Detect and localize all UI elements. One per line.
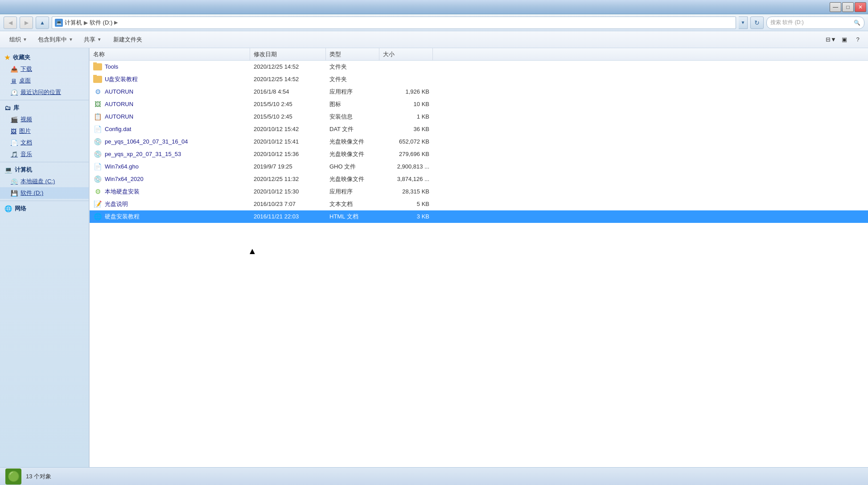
table-row[interactable]: 💿 pe_yqs_1064_20_07_31_16_04 2020/10/12 … <box>90 136 868 148</box>
library-header[interactable]: 🗂 库 <box>0 102 89 114</box>
table-row[interactable]: U盘安装教程 2020/12/25 14:52 文件夹 <box>90 73 868 86</box>
sidebar-section-favorites: ★ 收藏夹 📥 下载 🖥 桌面 🕐 最近访问的位置 <box>0 52 89 98</box>
col-header-name[interactable]: 名称 <box>90 48 250 60</box>
main-container: ★ 收藏夹 📥 下载 🖥 桌面 🕐 最近访问的位置 🗂 库 <box>0 48 868 467</box>
file-size-9: 3,874,126 ... <box>379 176 433 182</box>
file-name-3: AUTORUN <box>105 101 133 107</box>
sidebar-item-recent[interactable]: 🕐 最近访问的位置 <box>0 86 89 98</box>
sidebar-item-disk-d[interactable]: 💾 软件 (D:) <box>0 187 89 199</box>
file-name-cell-3: 🖼 AUTORUN <box>90 100 250 109</box>
favorites-header[interactable]: ★ 收藏夹 <box>0 52 89 63</box>
column-headers: 名称 修改日期 类型 大小 <box>90 48 868 61</box>
address-field[interactable]: 💻 计算机 ▶ 软件 (D:) ▶ <box>52 16 736 29</box>
share-button[interactable]: 共享 ▼ <box>79 33 107 46</box>
col-header-type[interactable]: 类型 <box>326 48 379 60</box>
favorites-icon: ★ <box>4 54 10 61</box>
up-button[interactable]: ▲ <box>36 16 49 29</box>
computer-header[interactable]: 💻 计算机 <box>0 164 89 176</box>
file-size-3: 10 KB <box>379 101 433 107</box>
view-controls: ⊟▼ ▣ ? <box>825 34 864 45</box>
close-button[interactable]: ✕ <box>855 2 866 12</box>
music-icon: 🎵 <box>11 151 18 158</box>
sidebar-item-disk-c[interactable]: 💿 本地磁盘 (C:) <box>0 176 89 187</box>
view-change-button[interactable]: ⊟▼ <box>825 34 837 45</box>
file-type-1: 文件夹 <box>326 75 379 83</box>
organize-button[interactable]: 组织 ▼ <box>4 33 32 46</box>
breadcrumb-drive[interactable]: 软件 (D:) <box>90 19 112 27</box>
sidebar-item-documents[interactable]: 📄 文档 <box>0 137 89 148</box>
maximize-button[interactable]: □ <box>842 2 854 12</box>
file-name-cell-1: U盘安装教程 <box>90 75 250 84</box>
status-bar: 🟢 13 个对象 <box>0 467 868 485</box>
table-row[interactable]: ⚙ AUTORUN 2016/1/8 4:54 应用程序 1,926 KB <box>90 86 868 98</box>
table-row[interactable]: 🖼 AUTORUN 2015/5/10 2:45 图标 10 KB <box>90 98 868 111</box>
table-row[interactable]: 🌐 硬盘安装教程 2016/11/21 22:03 HTML 文档 3 KB <box>90 210 868 223</box>
address-dropdown[interactable]: ▼ <box>739 16 748 29</box>
table-row[interactable]: ⚙ 本地硬盘安装 2020/10/12 15:30 应用程序 28,315 KB <box>90 185 868 198</box>
file-area[interactable]: 名称 修改日期 类型 大小 Tools 2020/12/25 14:52 文件夹… <box>89 48 868 467</box>
images-icon: 🖼 <box>11 128 16 135</box>
file-name-5: Config.dat <box>105 126 131 132</box>
file-name-cell-8: 📄 Win7x64.gho <box>90 162 250 171</box>
forward-button[interactable]: ▶ <box>20 16 33 29</box>
table-row[interactable]: Tools 2020/12/25 14:52 文件夹 <box>90 61 868 73</box>
file-type-10: 应用程序 <box>326 188 379 196</box>
include-library-button[interactable]: 包含到库中 ▼ <box>33 33 78 46</box>
file-icon-6: 💿 <box>93 137 102 146</box>
file-date-8: 2019/9/7 19:25 <box>250 163 326 170</box>
file-type-3: 图标 <box>326 100 379 108</box>
back-button[interactable]: ◀ <box>4 16 17 29</box>
file-name-6: pe_yqs_1064_20_07_31_16_04 <box>105 138 188 145</box>
file-name-cell-6: 💿 pe_yqs_1064_20_07_31_16_04 <box>90 137 250 146</box>
file-name-cell-9: 💿 Win7x64_2020 <box>90 175 250 184</box>
sidebar-item-downloads[interactable]: 📥 下载 <box>0 63 89 75</box>
file-date-6: 2020/10/12 15:41 <box>250 138 326 145</box>
toolbar: 组织 ▼ 包含到库中 ▼ 共享 ▼ 新建文件夹 ⊟▼ ▣ ? <box>0 31 868 48</box>
file-icon-3: 🖼 <box>93 100 102 109</box>
table-row[interactable]: 📋 AUTORUN 2015/5/10 2:45 安装信息 1 KB <box>90 111 868 123</box>
file-type-2: 应用程序 <box>326 88 379 96</box>
file-name-4: AUTORUN <box>105 113 133 120</box>
breadcrumb-computer[interactable]: 计算机 <box>65 19 82 27</box>
network-header[interactable]: 🌐 网络 <box>0 203 89 214</box>
sidebar-item-images[interactable]: 🖼 图片 <box>0 125 89 137</box>
refresh-button[interactable]: ↻ <box>750 16 764 29</box>
col-header-modified[interactable]: 修改日期 <box>250 48 326 60</box>
file-type-5: DAT 文件 <box>326 125 379 133</box>
file-date-3: 2015/5/10 2:45 <box>250 101 326 107</box>
file-icon-9: 💿 <box>93 175 102 184</box>
file-icon-10: ⚙ <box>93 187 102 196</box>
new-folder-button[interactable]: 新建文件夹 <box>107 33 148 46</box>
address-bar: ◀ ▶ ▲ 💻 计算机 ▶ 软件 (D:) ▶ ▼ ↻ 搜索 软件 (D:) 🔍 <box>0 14 868 31</box>
file-type-0: 文件夹 <box>326 63 379 71</box>
file-icon-2: ⚙ <box>93 87 102 96</box>
table-row[interactable]: 💿 Win7x64_2020 2020/12/25 11:32 光盘映像文件 3… <box>90 173 868 185</box>
share-dropdown-arrow: ▼ <box>97 37 102 42</box>
sidebar-item-desktop[interactable]: 🖥 桌面 <box>0 75 89 86</box>
sidebar-item-music[interactable]: 🎵 音乐 <box>0 148 89 160</box>
sidebar-section-library: 🗂 库 🎬 视频 🖼 图片 📄 文档 🎵 音乐 <box>0 102 89 160</box>
file-size-4: 1 KB <box>379 113 433 120</box>
file-type-6: 光盘映像文件 <box>326 138 379 146</box>
title-bar: — □ ✕ <box>0 0 868 14</box>
file-size-8: 2,900,813 ... <box>379 163 433 170</box>
search-box[interactable]: 搜索 软件 (D:) 🔍 <box>766 16 864 29</box>
search-icon: 🔍 <box>854 20 860 26</box>
file-name-cell-5: 📄 Config.dat <box>90 125 250 134</box>
file-name-12: 硬盘安装教程 <box>105 213 140 221</box>
preview-pane-button[interactable]: ▣ <box>839 34 850 45</box>
documents-icon: 📄 <box>11 140 18 146</box>
table-row[interactable]: 💿 pe_yqs_xp_20_07_31_15_53 2020/10/12 15… <box>90 148 868 160</box>
minimize-button[interactable]: — <box>830 2 841 12</box>
file-icon-1 <box>93 75 102 84</box>
search-placeholder: 搜索 软件 (D:) <box>770 19 804 26</box>
table-row[interactable]: 📄 Win7x64.gho 2019/9/7 19:25 GHO 文件 2,90… <box>90 160 868 173</box>
file-size-11: 5 KB <box>379 201 433 207</box>
sidebar-divider-3 <box>0 201 89 201</box>
sidebar-item-video[interactable]: 🎬 视频 <box>0 114 89 125</box>
col-header-size[interactable]: 大小 <box>379 48 433 60</box>
table-row[interactable]: 📄 Config.dat 2020/10/12 15:42 DAT 文件 36 … <box>90 123 868 136</box>
help-button[interactable]: ? <box>852 34 864 45</box>
file-size-12: 3 KB <box>379 213 433 220</box>
table-row[interactable]: 📝 光盘说明 2016/10/23 7:07 文本文档 5 KB <box>90 198 868 210</box>
